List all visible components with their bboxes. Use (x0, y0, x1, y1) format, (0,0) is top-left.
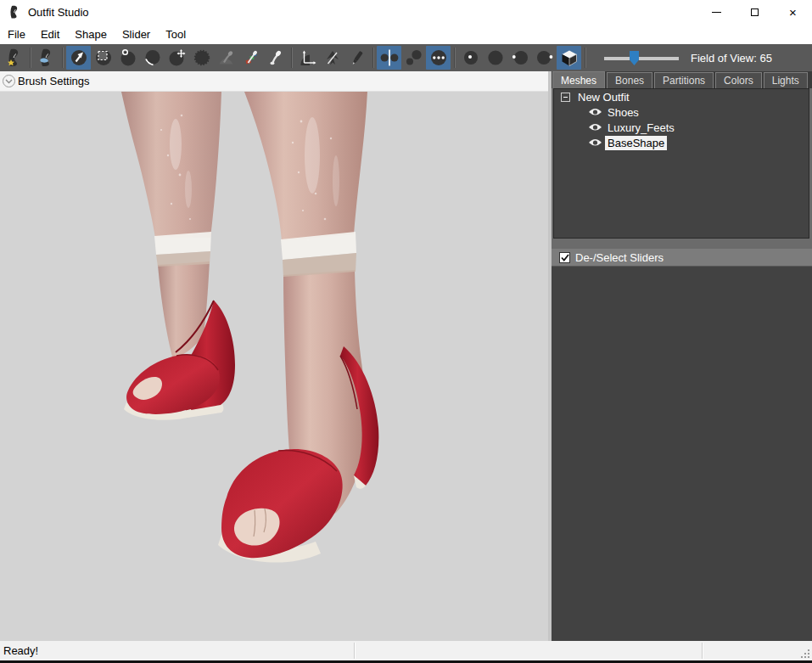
global-brush-icon (429, 48, 448, 67)
pen-tool-icon (348, 48, 367, 67)
window-title: Outfit Studio (28, 6, 89, 19)
transform-tool-icon (299, 48, 317, 67)
menu-bar: File Edit Shape Slider Tool (0, 24, 812, 44)
tree-node-label[interactable]: Shoes (605, 105, 641, 120)
connected-vertices-icon (405, 48, 423, 67)
mask-brush-icon (94, 48, 113, 67)
smooth-brush-button[interactable] (189, 46, 214, 70)
menu-edit[interactable]: Edit (33, 24, 67, 44)
new-project-icon (5, 48, 24, 67)
tab-partitions[interactable]: Partitions (654, 72, 714, 88)
undiff-brush-button[interactable] (214, 46, 238, 70)
slider-handle[interactable] (630, 51, 639, 65)
sliders-panel[interactable] (552, 266, 812, 641)
toolbar-separator (585, 48, 585, 68)
light-right-icon (535, 48, 554, 67)
connected-only-button[interactable] (401, 46, 426, 70)
collapse-chevron-icon[interactable] (3, 75, 15, 87)
select-cursor-icon (70, 48, 88, 67)
light-toggle-plain[interactable] (483, 46, 507, 70)
app-logo-icon (8, 5, 21, 19)
pin-tool-button[interactable] (320, 46, 344, 70)
menu-shape[interactable]: Shape (67, 24, 115, 44)
outfit-studio-window: Outfit Studio × File Edit Shape Slider T… (0, 0, 812, 663)
maximize-icon (751, 8, 759, 16)
toolbar-separator (372, 48, 373, 68)
viewport-column: Brush Settings (0, 71, 548, 641)
viewport-3d[interactable] (0, 92, 548, 641)
brush-settings-label: Brush Settings (18, 75, 90, 87)
close-button[interactable]: × (774, 0, 812, 24)
light-toggle-left[interactable] (507, 46, 532, 70)
viewport-render (0, 92, 548, 641)
visibility-eye-icon[interactable] (588, 107, 602, 117)
minimize-button[interactable] (697, 0, 736, 24)
menu-tool[interactable]: Tool (158, 24, 193, 44)
load-project-button[interactable] (34, 46, 59, 70)
inflate-brush-icon (119, 48, 137, 67)
tree-node-label[interactable]: Luxury_Feets (605, 121, 677, 135)
statusbar-separator (702, 643, 703, 659)
field-of-view-slider[interactable] (604, 50, 679, 65)
tree-node-new-outfit[interactable]: New Outfit (554, 89, 809, 104)
status-bar: Ready! (0, 641, 812, 660)
status-message: Ready! (3, 644, 38, 657)
field-of-view-label: Field of View: 65 (691, 52, 772, 65)
minimize-icon (712, 12, 721, 13)
sliders-header-label: De-/Select Sliders (575, 251, 664, 264)
mirror-x-button[interactable] (377, 46, 401, 70)
menu-file[interactable]: File (0, 24, 33, 44)
panel-tabs: Meshes Bones Partitions Colors Lights (552, 71, 812, 88)
tab-lights[interactable]: Lights (764, 72, 808, 88)
inflate-brush-button[interactable] (115, 46, 140, 70)
tab-bones[interactable]: Bones (607, 72, 652, 88)
check-icon (561, 254, 569, 261)
light-plain-icon (486, 48, 505, 67)
visibility-eye-icon[interactable] (588, 138, 602, 148)
toolbar-separator (30, 48, 31, 68)
tree-node-baseshape[interactable]: BaseShape (554, 135, 809, 150)
meshes-tree: New Outfit Shoes Luxury_Feets BaseShape (553, 88, 809, 239)
color-brush-button[interactable] (238, 46, 263, 70)
perspective-toggle-button[interactable] (557, 46, 581, 70)
move-brush-button[interactable] (165, 46, 189, 70)
main-area: Brush Settings (0, 71, 812, 641)
select-tool-button[interactable] (66, 46, 91, 70)
tree-node-label[interactable]: New Outfit (575, 90, 632, 104)
light-toggle-center[interactable] (458, 46, 483, 70)
deselect-sliders-checkbox[interactable] (559, 252, 570, 263)
statusbar-separator (354, 643, 355, 659)
menu-slider[interactable]: Slider (115, 24, 158, 44)
deflate-brush-button[interactable] (140, 46, 165, 70)
resize-grip[interactable] (801, 649, 809, 658)
brush-settings-header[interactable]: Brush Settings (0, 71, 548, 92)
deflate-brush-icon (143, 48, 162, 67)
alpha-brush-button[interactable] (263, 46, 288, 70)
toolbar-separator (454, 48, 455, 68)
light-toggle-right[interactable] (532, 46, 557, 70)
fov-label-text: Field of View: (691, 52, 757, 65)
tree-node-luxury-feets[interactable]: Luxury_Feets (554, 120, 809, 135)
visibility-eye-icon[interactable] (588, 122, 602, 132)
global-brush-button[interactable] (426, 46, 451, 70)
mask-brush-button[interactable] (91, 46, 115, 70)
new-project-button[interactable] (2, 46, 26, 70)
toolbar-separator (62, 48, 63, 68)
tab-colors[interactable]: Colors (715, 72, 762, 88)
transform-tool-button[interactable] (295, 46, 320, 70)
title-bar: Outfit Studio × (0, 0, 812, 24)
maximize-button[interactable] (736, 0, 774, 24)
tab-meshes[interactable]: Meshes (552, 71, 605, 88)
alpha-brush-icon (266, 48, 285, 67)
tree-node-shoes[interactable]: Shoes (554, 104, 809, 120)
color-brush-icon (242, 48, 260, 67)
tree-node-label-selected[interactable]: BaseShape (605, 136, 667, 150)
pen-tool-button[interactable] (344, 46, 369, 70)
sliders-header: De-/Select Sliders (552, 249, 812, 266)
light-left-icon (511, 48, 529, 67)
panel-gap (552, 239, 812, 249)
collapse-box-icon[interactable] (561, 93, 570, 102)
load-project-icon (37, 48, 56, 67)
move-brush-icon (168, 48, 187, 67)
pin-tool-icon (323, 48, 342, 67)
